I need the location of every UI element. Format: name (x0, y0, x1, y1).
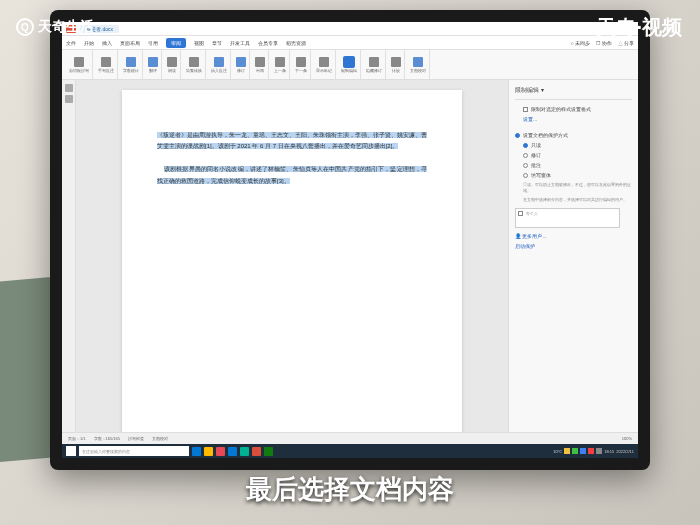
tool-compare[interactable]: 比较 (388, 50, 405, 79)
menu-view[interactable]: 视图 (194, 40, 204, 46)
tool-track[interactable]: 修订 (233, 50, 250, 79)
taskbar-app-icon[interactable] (228, 447, 237, 456)
taskbar-app-icon[interactable] (264, 447, 273, 456)
tray-icon[interactable] (596, 448, 602, 454)
comment-radio[interactable] (523, 163, 528, 168)
tool-read[interactable]: 朗读 (164, 50, 181, 79)
more-users-link[interactable]: 👤 更多用户... (515, 231, 632, 241)
track-radio[interactable] (523, 153, 528, 158)
monitor-frame: 叛逆者.docx 文件 开始 插入 页面布局 引用 审阅 视图 章节 开发工具 … (50, 10, 650, 470)
clock-date[interactable]: 2022/2/11 (616, 449, 634, 454)
titlebar: 叛逆者.docx (62, 22, 638, 36)
tool-handwrite[interactable]: 手写批注 (95, 50, 118, 79)
taskbar-app-icon[interactable] (240, 447, 249, 456)
document-content[interactable]: 《叛逆者》是由周游执导，朱一龙、童瑶、王志文、王阳、朱珠领衔主演，李强、张子贤、… (157, 130, 427, 187)
ribbon-toolbar: 剪切板拼写 手写批注 字数统计 翻译 朗读 简繁转换 插入批注 修订 审阅 上一… (62, 50, 638, 80)
protection-header-radio[interactable] (515, 133, 520, 138)
menu-member[interactable]: 会员专享 (258, 40, 278, 46)
readonly-radio[interactable] (523, 143, 528, 148)
tool-review[interactable]: 审阅 (252, 50, 269, 79)
format-restrict-label: 限制对选定的样式设置格式 (531, 106, 591, 112)
tool-proofing[interactable]: 文档校对 (407, 50, 430, 79)
track-label: 修订 (531, 152, 541, 158)
screen: 叛逆者.docx 文件 开始 插入 页面布局 引用 审阅 视图 章节 开发工具 … (62, 22, 638, 458)
zoom-level[interactable]: 100% (622, 436, 632, 441)
taskbar-app-icon[interactable] (216, 447, 225, 456)
format-restrict-checkbox[interactable] (523, 107, 528, 112)
weather[interactable]: 10°C (553, 449, 562, 454)
tool-comment[interactable]: 插入批注 (208, 50, 231, 79)
settings-link[interactable]: 设置... (523, 116, 537, 122)
hint-text: 在文档中选择部分内容，并选择可以对其进行编辑的用户。 (515, 195, 632, 205)
tool-prev[interactable]: 上一条 (271, 50, 290, 79)
panel-title: 限制编辑 ▾ (515, 86, 632, 100)
users-input[interactable]: 每个人 (515, 208, 620, 228)
rail-icon[interactable] (65, 84, 73, 92)
hint-text: 只读。可以防止文档被修改。不过，您可以在此设置例外的区域。 (515, 180, 632, 195)
doc-proofing[interactable]: 文档校对 (152, 436, 168, 441)
menubar: 文件 开始 插入 页面布局 引用 审阅 视图 章节 开发工具 会员专享 稻壳资源… (62, 36, 638, 50)
comment-label: 批注 (531, 162, 541, 168)
protection-header: 设置文档的保护方式 (523, 132, 568, 138)
video-subtitle: 最后选择文档内容 (246, 472, 454, 507)
page-indicator[interactable]: 页面：1/1 (68, 436, 86, 441)
tool-clipboard[interactable]: 剪切板拼写 (66, 50, 93, 79)
selected-text: 该剧根据畀愚的同名小说改编，讲述了林楠笙、朱怡贞等人在中国共产党的指引下，坚定理… (157, 166, 427, 183)
tray-icon[interactable] (572, 448, 578, 454)
tool-markup[interactable]: 显示标记 (313, 50, 336, 79)
sync-status[interactable]: ○ 未同步 (571, 40, 590, 46)
taskbar-search[interactable]: 在这里输入你要搜索的内容 (79, 446, 189, 456)
tool-restrict-edit[interactable]: 限制编辑 (338, 50, 361, 79)
menu-layout[interactable]: 页面布局 (120, 40, 140, 46)
menu-insert[interactable]: 插入 (102, 40, 112, 46)
menu-references[interactable]: 引用 (148, 40, 158, 46)
watermark-topright: 天奇·视频 (596, 14, 682, 41)
tray-icon[interactable] (580, 448, 586, 454)
tool-next[interactable]: 下一条 (292, 50, 311, 79)
forms-label: 填写窗体 (531, 172, 551, 178)
restrict-editing-panel: 限制编辑 ▾ 限制对选定的样式设置格式 设置... 设置文档的保护方式 只读 修… (508, 80, 638, 444)
readonly-label: 只读 (531, 142, 541, 148)
menu-dev[interactable]: 开发工具 (230, 40, 250, 46)
menu-home[interactable]: 开始 (84, 40, 94, 46)
start-protection-button[interactable]: 启动保护 (515, 241, 632, 251)
rail-icon[interactable] (65, 95, 73, 103)
taskbar-app-icon[interactable] (192, 447, 201, 456)
tool-convert[interactable]: 简繁转换 (183, 50, 206, 79)
selected-text: 《叛逆者》是由周游执导，朱一龙、童瑶、王志文、王阳、朱珠领衔主演，李强、张子贤、… (157, 132, 427, 149)
tool-wordcount[interactable]: 字数统计 (120, 50, 143, 79)
windows-taskbar: 在这里输入你要搜索的内容 10°C 18:15 2022/2/11 (62, 444, 638, 458)
statusbar: 页面：1/1 字数：165/165 拼写检查 文档校对 100% (62, 432, 638, 444)
forms-radio[interactable] (523, 173, 528, 178)
tool-hide-track[interactable]: 隐藏修订 (363, 50, 386, 79)
start-button[interactable] (66, 446, 76, 456)
taskbar-app-icon[interactable] (252, 447, 261, 456)
everyone-checkbox[interactable] (518, 211, 523, 216)
document-page: 《叛逆者》是由周游执导，朱一龙、童瑶、王志文、王阳、朱珠领衔主演，李强、张子贤、… (122, 90, 462, 444)
taskbar-app-icon[interactable] (204, 447, 213, 456)
logo-icon: Q (16, 18, 34, 36)
word-count[interactable]: 字数：165/165 (94, 436, 120, 441)
tray-icon[interactable] (588, 448, 594, 454)
watermark-text: 天奇生活 (38, 18, 94, 36)
menu-review[interactable]: 审阅 (166, 38, 186, 48)
clock-time[interactable]: 18:15 (604, 449, 614, 454)
tool-translate[interactable]: 翻译 (145, 50, 162, 79)
left-rail (62, 80, 76, 444)
document-area[interactable]: 《叛逆者》是由周游执导，朱一龙、童瑶、王志文、王阳、朱珠领衔主演，李强、张子贤、… (76, 80, 508, 444)
system-tray: 10°C 18:15 2022/2/11 (553, 448, 634, 454)
menu-resources[interactable]: 稻壳资源 (286, 40, 306, 46)
tray-icon[interactable] (564, 448, 570, 454)
everyone-label: 每个人 (526, 211, 538, 216)
watermark-topleft: Q 天奇生活 (16, 18, 94, 36)
menu-file[interactable]: 文件 (66, 40, 76, 46)
menu-chapter[interactable]: 章节 (212, 40, 222, 46)
spell-check[interactable]: 拼写检查 (128, 436, 144, 441)
